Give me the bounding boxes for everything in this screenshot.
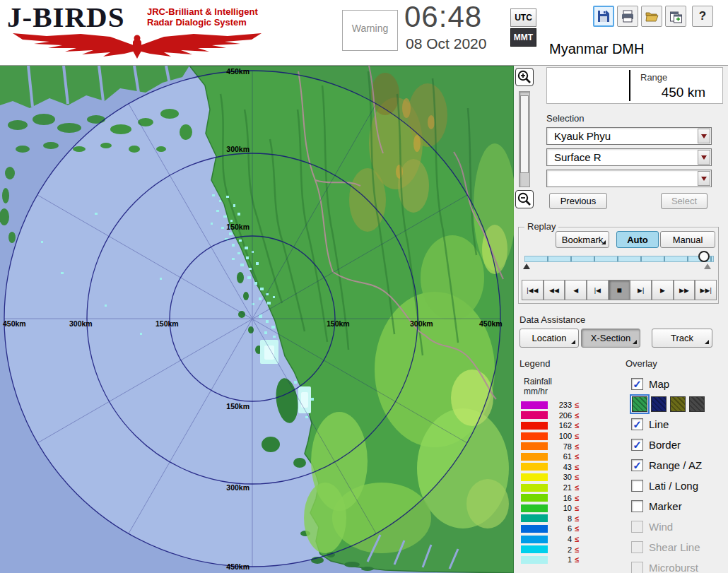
overlay-item-label: Marker	[649, 500, 682, 512]
legend-value: 8	[553, 514, 572, 523]
overlay-item-marker[interactable]: Marker	[631, 496, 727, 516]
map-style-terrain-green[interactable]	[632, 396, 647, 412]
replay-label: Replay	[524, 221, 558, 232]
open-folder-icon	[645, 9, 659, 23]
overlay-item-label: Wind	[649, 521, 673, 533]
radar-map[interactable]: 450km 300km 150km 150km 300km 450km 450k…	[0, 66, 514, 573]
product-dropdown[interactable]: Surface R	[546, 148, 712, 166]
warning-listbox[interactable]: Warning	[342, 10, 398, 51]
selection-label: Selection	[546, 113, 584, 124]
legend-color-swatch	[521, 504, 548, 512]
legend-row: 233≤	[521, 400, 579, 410]
radar-map-area[interactable]: 450km 300km 150km 150km 300km 450km 450k…	[0, 66, 514, 573]
utc-button[interactable]: UTC	[510, 8, 536, 27]
legend-row: 10≤	[521, 503, 579, 514]
legend-row: 8≤	[521, 514, 579, 524]
zoom-in-button[interactable]	[515, 68, 534, 86]
zoom-slider[interactable]	[519, 91, 530, 187]
checkbox[interactable]: ✓	[631, 378, 643, 390]
legend-lte-symbol: ≤	[575, 411, 579, 420]
header-bar: J-BIRDS JRC-Brilliant & Intelligent Rada…	[0, 0, 728, 66]
logo-subtitle-line1: JRC-Brilliant & Intelligent	[147, 6, 258, 17]
transport-stop[interactable]: ■	[609, 280, 630, 300]
legend-value: 10	[553, 504, 572, 512]
replay-timeline-slider[interactable]	[524, 256, 714, 262]
warning-label: Warning	[352, 23, 389, 34]
replay-slider-thumb[interactable]	[698, 251, 710, 262]
legend-row: 61≤	[521, 451, 579, 462]
help-button[interactable]: ?	[692, 6, 713, 27]
transport-skip-end[interactable]: ▶▶|	[695, 280, 717, 300]
zoom-slider-thumb[interactable]	[520, 95, 529, 173]
transport-fast-forward[interactable]: ▶▶	[674, 280, 695, 300]
checkbox[interactable]: ✓	[631, 459, 643, 471]
transport-prev-frame[interactable]: |◀	[587, 280, 609, 300]
range-ring-label: 450km	[226, 562, 249, 571]
overlay-item-line[interactable]: ✓Line	[631, 414, 727, 435]
checkbox[interactable]: ✓	[631, 439, 643, 451]
overlay-item-map[interactable]: ✓Map	[631, 374, 727, 394]
checkbox[interactable]: ✓	[631, 418, 643, 430]
site-dropdown[interactable]: Kyauk Phyu	[546, 127, 712, 145]
data-assistance-x-section[interactable]: X-Section	[581, 329, 640, 348]
export-button[interactable]	[665, 6, 686, 27]
legend-row: 16≤	[521, 492, 579, 503]
overlay-item-range-az[interactable]: ✓Range / AZ	[631, 455, 727, 475]
site-dropdown-value: Kyauk Phyu	[554, 130, 611, 142]
legend-value: 30	[553, 473, 572, 481]
manual-mode-button[interactable]: Manual	[660, 231, 715, 248]
range-value: 450 km	[662, 85, 705, 100]
overlay-item-lati-long[interactable]: Lati / Long	[631, 475, 727, 496]
legend-scale: 233≤206≤162≤100≤78≤61≤43≤30≤21≤16≤10≤8≤6…	[521, 400, 579, 565]
print-icon	[621, 9, 635, 23]
legend-row: 100≤	[521, 431, 579, 442]
open-file-button[interactable]	[641, 6, 662, 27]
checkbox[interactable]	[631, 480, 643, 492]
legend-color-swatch	[521, 453, 548, 461]
legend-row: 6≤	[521, 524, 579, 534]
transport-rewind[interactable]: ◀◀	[544, 280, 565, 300]
transport-skip-start[interactable]: |◀◀	[522, 280, 544, 300]
legend-color-swatch	[521, 525, 548, 533]
data-assistance-track[interactable]: Track	[652, 329, 712, 348]
legend-row: 2≤	[521, 544, 579, 555]
previous-button[interactable]: Previous	[549, 193, 607, 209]
option-dropdown[interactable]	[546, 170, 712, 187]
legend-color-swatch	[521, 484, 548, 492]
map-style-dark-gray[interactable]	[689, 396, 705, 412]
legend-lte-symbol: ≤	[575, 473, 579, 481]
bookmark-button[interactable]: Bookmark	[556, 231, 609, 248]
clock-time: 06:48	[404, 0, 482, 34]
legend-value: 4	[553, 535, 572, 543]
map-style-navy[interactable]	[651, 396, 667, 412]
save-button[interactable]	[593, 6, 614, 27]
legend-lte-symbol: ≤	[575, 483, 579, 492]
legend-value: 43	[553, 463, 572, 471]
auto-mode-button[interactable]: Auto	[616, 231, 659, 248]
transport-controls: |◀◀◀◀◀|◀■▶|▶▶▶▶▶|	[522, 280, 717, 300]
legend-color-swatch	[521, 432, 548, 440]
data-assistance-location[interactable]: Location	[519, 329, 579, 348]
transport-next-frame[interactable]: ▶|	[630, 280, 652, 300]
overlay-item-border[interactable]: ✓Border	[631, 435, 727, 455]
data-assistance-label: Data Assistance	[519, 314, 585, 325]
checkbox	[631, 521, 643, 533]
product-dropdown-button[interactable]	[698, 150, 710, 165]
help-icon: ?	[699, 9, 706, 23]
legend-row: 1≤	[521, 555, 579, 565]
transport-play[interactable]: ▶	[652, 280, 674, 300]
option-dropdown-button[interactable]	[698, 171, 710, 186]
checkbox[interactable]	[631, 500, 643, 512]
map-style-olive[interactable]	[670, 396, 686, 412]
zoom-out-button[interactable]	[515, 190, 534, 208]
transport-step-back[interactable]: ◀	[565, 280, 587, 300]
mmt-button[interactable]: MMT	[510, 28, 536, 47]
legend-unit-line2: mm/hr	[524, 386, 548, 396]
legend-value: 233	[553, 401, 572, 409]
range-ring-label: 150km	[155, 319, 179, 328]
overlay-item-label: Border	[649, 439, 681, 451]
print-button[interactable]	[617, 6, 638, 27]
site-dropdown-button[interactable]	[698, 129, 710, 143]
select-button[interactable]: Select	[661, 193, 708, 209]
overlay-label: Overlay	[626, 358, 657, 369]
